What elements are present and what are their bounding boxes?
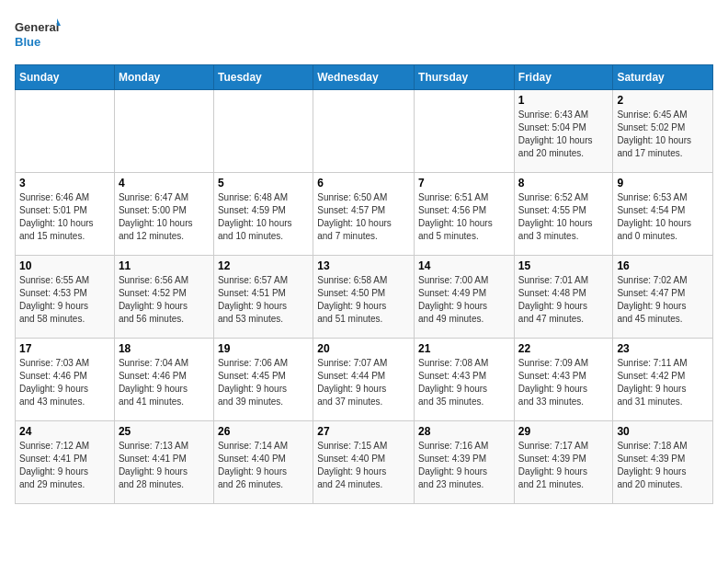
day-info: Sunrise: 6:53 AM Sunset: 4:54 PM Dayligh…	[617, 191, 709, 243]
day-number: 10	[19, 259, 110, 272]
calendar-cell-4-4: 20Sunrise: 7:07 AM Sunset: 4:44 PM Dayli…	[313, 339, 415, 421]
day-number: 23	[617, 342, 709, 355]
day-info: Sunrise: 7:04 AM Sunset: 4:46 PM Dayligh…	[119, 357, 210, 408]
day-info: Sunrise: 6:52 AM Sunset: 4:55 PM Dayligh…	[518, 191, 609, 243]
week-row-4: 17Sunrise: 7:03 AM Sunset: 4:46 PM Dayli…	[16, 339, 713, 421]
day-number: 30	[617, 425, 709, 438]
day-info: Sunrise: 7:03 AM Sunset: 4:46 PM Dayligh…	[19, 357, 110, 408]
day-info: Sunrise: 6:46 AM Sunset: 5:01 PM Dayligh…	[19, 191, 110, 243]
calendar-cell-5-7: 30Sunrise: 7:18 AM Sunset: 4:39 PM Dayli…	[613, 421, 713, 504]
weekday-header-saturday: Saturday	[613, 65, 713, 90]
calendar-cell-2-3: 5Sunrise: 6:48 AM Sunset: 4:59 PM Daylig…	[213, 173, 313, 256]
calendar-cell-4-5: 21Sunrise: 7:08 AM Sunset: 4:43 PM Dayli…	[415, 339, 515, 421]
day-number: 3	[19, 177, 110, 190]
day-number: 14	[418, 259, 510, 272]
day-number: 19	[218, 342, 309, 355]
day-info: Sunrise: 7:01 AM Sunset: 4:48 PM Dayligh…	[518, 274, 609, 326]
weekday-header-wednesday: Wednesday	[313, 65, 415, 90]
day-info: Sunrise: 6:43 AM Sunset: 5:04 PM Dayligh…	[518, 109, 609, 160]
day-number: 1	[518, 94, 609, 107]
weekday-header-tuesday: Tuesday	[213, 65, 313, 90]
calendar-cell-3-6: 15Sunrise: 7:01 AM Sunset: 4:48 PM Dayli…	[514, 256, 613, 339]
day-info: Sunrise: 7:12 AM Sunset: 4:41 PM Dayligh…	[19, 440, 110, 491]
weekday-header-row: SundayMondayTuesdayWednesdayThursdayFrid…	[16, 65, 713, 90]
day-info: Sunrise: 6:51 AM Sunset: 4:56 PM Dayligh…	[418, 191, 510, 243]
calendar-cell-2-6: 8Sunrise: 6:52 AM Sunset: 4:55 PM Daylig…	[514, 173, 613, 256]
calendar-cell-5-5: 28Sunrise: 7:16 AM Sunset: 4:39 PM Dayli…	[415, 421, 515, 504]
day-info: Sunrise: 6:45 AM Sunset: 5:02 PM Dayligh…	[617, 109, 709, 160]
svg-text:Blue: Blue	[15, 35, 40, 49]
calendar-cell-5-4: 27Sunrise: 7:15 AM Sunset: 4:40 PM Dayli…	[313, 421, 415, 504]
day-number: 24	[19, 425, 110, 438]
day-number: 12	[218, 259, 309, 272]
calendar-cell-5-1: 24Sunrise: 7:12 AM Sunset: 4:41 PM Dayli…	[16, 421, 115, 504]
day-info: Sunrise: 7:18 AM Sunset: 4:39 PM Dayligh…	[617, 440, 709, 491]
calendar-cell-5-2: 25Sunrise: 7:13 AM Sunset: 4:41 PM Dayli…	[114, 421, 213, 504]
day-number: 29	[518, 425, 609, 438]
day-number: 26	[218, 425, 309, 438]
day-info: Sunrise: 6:50 AM Sunset: 4:57 PM Dayligh…	[317, 191, 410, 243]
day-info: Sunrise: 7:16 AM Sunset: 4:39 PM Dayligh…	[418, 440, 510, 491]
day-number: 17	[19, 342, 110, 355]
weekday-header-sunday: Sunday	[16, 65, 115, 90]
calendar-cell-1-1	[16, 90, 115, 173]
logo: General Blue	[15, 15, 61, 53]
week-row-1: 1Sunrise: 6:43 AM Sunset: 5:04 PM Daylig…	[16, 90, 713, 173]
weekday-header-monday: Monday	[114, 65, 213, 90]
day-number: 5	[218, 177, 309, 190]
calendar-cell-3-5: 14Sunrise: 7:00 AM Sunset: 4:49 PM Dayli…	[415, 256, 515, 339]
calendar-cell-5-3: 26Sunrise: 7:14 AM Sunset: 4:40 PM Dayli…	[213, 421, 313, 504]
calendar-cell-2-1: 3Sunrise: 6:46 AM Sunset: 5:01 PM Daylig…	[16, 173, 115, 256]
day-number: 6	[317, 177, 410, 190]
week-row-5: 24Sunrise: 7:12 AM Sunset: 4:41 PM Dayli…	[16, 421, 713, 504]
day-number: 9	[617, 177, 709, 190]
day-number: 11	[119, 259, 210, 272]
day-number: 18	[119, 342, 210, 355]
day-info: Sunrise: 7:11 AM Sunset: 4:42 PM Dayligh…	[617, 357, 709, 408]
day-info: Sunrise: 6:56 AM Sunset: 4:52 PM Dayligh…	[119, 274, 210, 326]
day-number: 2	[617, 94, 709, 107]
day-number: 22	[518, 342, 609, 355]
day-number: 21	[418, 342, 510, 355]
calendar-cell-3-4: 13Sunrise: 6:58 AM Sunset: 4:50 PM Dayli…	[313, 256, 415, 339]
calendar-cell-5-6: 29Sunrise: 7:17 AM Sunset: 4:39 PM Dayli…	[514, 421, 613, 504]
calendar-cell-1-3	[213, 90, 313, 173]
day-number: 7	[418, 177, 510, 190]
day-info: Sunrise: 7:02 AM Sunset: 4:47 PM Dayligh…	[617, 274, 709, 326]
day-info: Sunrise: 6:48 AM Sunset: 4:59 PM Dayligh…	[218, 191, 309, 243]
calendar-cell-2-2: 4Sunrise: 6:47 AM Sunset: 5:00 PM Daylig…	[114, 173, 213, 256]
week-row-2: 3Sunrise: 6:46 AM Sunset: 5:01 PM Daylig…	[16, 173, 713, 256]
calendar-cell-1-2	[114, 90, 213, 173]
weekday-header-thursday: Thursday	[415, 65, 515, 90]
calendar-cell-1-4	[313, 90, 415, 173]
day-number: 4	[119, 177, 210, 190]
day-info: Sunrise: 7:06 AM Sunset: 4:45 PM Dayligh…	[218, 357, 309, 408]
day-number: 27	[317, 425, 410, 438]
day-info: Sunrise: 7:13 AM Sunset: 4:41 PM Dayligh…	[119, 440, 210, 491]
calendar-cell-4-6: 22Sunrise: 7:09 AM Sunset: 4:43 PM Dayli…	[514, 339, 613, 421]
day-info: Sunrise: 6:55 AM Sunset: 4:53 PM Dayligh…	[19, 274, 110, 326]
calendar-cell-2-7: 9Sunrise: 6:53 AM Sunset: 4:54 PM Daylig…	[613, 173, 713, 256]
calendar-cell-4-3: 19Sunrise: 7:06 AM Sunset: 4:45 PM Dayli…	[213, 339, 313, 421]
day-number: 15	[518, 259, 609, 272]
calendar-cell-4-7: 23Sunrise: 7:11 AM Sunset: 4:42 PM Dayli…	[613, 339, 713, 421]
day-info: Sunrise: 7:14 AM Sunset: 4:40 PM Dayligh…	[218, 440, 309, 491]
day-number: 8	[518, 177, 609, 190]
day-number: 20	[317, 342, 410, 355]
calendar-cell-3-1: 10Sunrise: 6:55 AM Sunset: 4:53 PM Dayli…	[16, 256, 115, 339]
logo-svg: General Blue	[15, 15, 61, 53]
calendar-cell-2-4: 6Sunrise: 6:50 AM Sunset: 4:57 PM Daylig…	[313, 173, 415, 256]
day-number: 16	[617, 259, 709, 272]
day-info: Sunrise: 6:57 AM Sunset: 4:51 PM Dayligh…	[218, 274, 309, 326]
day-info: Sunrise: 6:58 AM Sunset: 4:50 PM Dayligh…	[317, 274, 410, 326]
calendar-cell-3-3: 12Sunrise: 6:57 AM Sunset: 4:51 PM Dayli…	[213, 256, 313, 339]
calendar-cell-3-7: 16Sunrise: 7:02 AM Sunset: 4:47 PM Dayli…	[613, 256, 713, 339]
svg-text:General: General	[15, 20, 59, 34]
day-info: Sunrise: 7:09 AM Sunset: 4:43 PM Dayligh…	[518, 357, 609, 408]
day-number: 13	[317, 259, 410, 272]
day-number: 28	[418, 425, 510, 438]
week-row-3: 10Sunrise: 6:55 AM Sunset: 4:53 PM Dayli…	[16, 256, 713, 339]
day-info: Sunrise: 7:17 AM Sunset: 4:39 PM Dayligh…	[518, 440, 609, 491]
calendar-cell-1-7: 2Sunrise: 6:45 AM Sunset: 5:02 PM Daylig…	[613, 90, 713, 173]
header: General Blue	[15, 15, 713, 53]
